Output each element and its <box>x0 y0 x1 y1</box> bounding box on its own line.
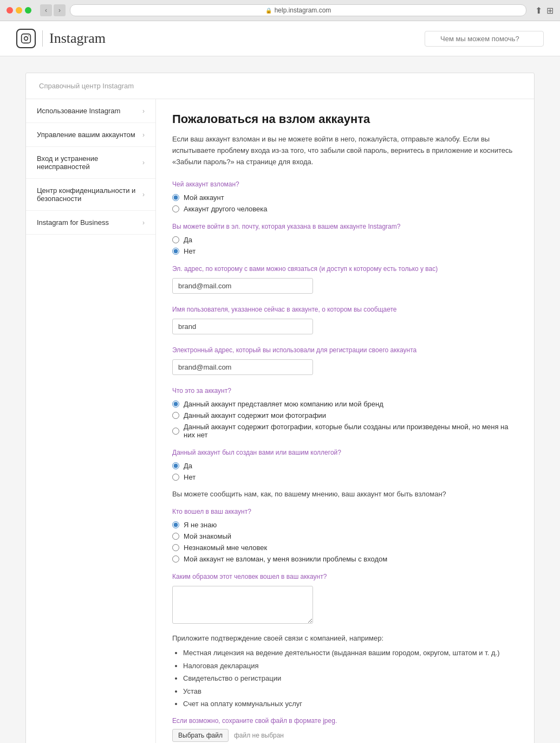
q7-group: Данный аккаунт был создан вами или вашим… <box>172 449 518 481</box>
q6-radio-2[interactable] <box>172 412 179 419</box>
q6-option-3[interactable]: Данный аккаунт содержит фотографии, кото… <box>172 423 518 439</box>
minimize-traffic-light[interactable] <box>16 7 22 14</box>
q1-radio-1[interactable] <box>172 194 179 201</box>
q7-option-1[interactable]: Да <box>172 462 518 470</box>
q9-radio-1[interactable] <box>172 521 179 528</box>
browser-actions: ⬆ ⊞ <box>535 5 554 16</box>
svg-point-1 <box>24 37 28 41</box>
q2-option-1-label: Да <box>184 236 192 244</box>
q7-radio-group: Да Нет <box>172 462 518 481</box>
q6-option-1[interactable]: Данный аккаунт представляет мою компанию… <box>172 400 518 408</box>
q2-radio-1[interactable] <box>172 236 179 243</box>
q10-label: Каким образом этот человек вошел в ваш а… <box>172 573 518 580</box>
q1-radio-group: Мой аккаунт Аккаунт другого человека <box>172 193 518 213</box>
q2-radio-group: Да Нет <box>172 236 518 255</box>
attach-item-2: Налоговая декларация <box>183 661 518 671</box>
q1-radio-2[interactable] <box>172 205 179 212</box>
q9-option-3-label: Незнакомый мне человек <box>184 544 267 552</box>
sidebar-item-login[interactable]: Вход и устранение неисправностей › <box>26 147 155 179</box>
q3-label: Эл. адрес, по которому с вами можно связ… <box>172 265 518 273</box>
q2-group: Вы можете войти в эл. почту, которая ука… <box>172 223 518 255</box>
chevron-right-icon: › <box>142 159 145 166</box>
address-bar[interactable]: 🔒 help.instagram.com <box>70 4 526 16</box>
sidebar-item-usage[interactable]: Использование Instagram › <box>26 99 155 123</box>
sidebar-item-account[interactable]: Управление вашим аккаунтом › <box>26 123 155 147</box>
q1-option-1-label: Мой аккаунт <box>184 193 224 202</box>
fullscreen-traffic-light[interactable] <box>25 7 31 14</box>
q7-label: Данный аккаунт был создан вами или вашим… <box>172 449 518 456</box>
q1-option-1[interactable]: Мой аккаунт <box>172 193 518 202</box>
q9-option-4[interactable]: Мой аккаунт не взломан, у меня возникли … <box>172 555 518 563</box>
q5-input[interactable] <box>172 359 313 375</box>
q9-label: Кто вошел в ваш аккаунт? <box>172 508 518 515</box>
chevron-right-icon: › <box>142 131 145 139</box>
forward-button[interactable]: › <box>54 4 66 16</box>
sidebar-item-label: Управление вашим аккаунтом <box>37 131 135 139</box>
q6-option-1-label: Данный аккаунт представляет мою компанию… <box>184 400 383 408</box>
sidebar: Использование Instagram › Управление ваш… <box>26 99 156 743</box>
ig-logo-text: Instagram <box>42 30 106 47</box>
q6-option-3-label: Данный аккаунт содержит фотографии, кото… <box>184 423 518 439</box>
q2-option-2-label: Нет <box>184 247 196 255</box>
q6-group: Что это за аккаунт? Данный аккаунт предс… <box>172 387 518 439</box>
q10-textarea[interactable] <box>172 586 313 624</box>
nav-buttons: ‹ › <box>40 4 66 16</box>
q10-group: Каким образом этот человек вошел в ваш а… <box>172 573 518 625</box>
q3-input[interactable] <box>172 278 313 294</box>
q6-radio-group: Данный аккаунт представляет мою компанию… <box>172 400 518 439</box>
svg-rect-0 <box>22 34 31 43</box>
q9-option-4-label: Мой аккаунт не взломан, у меня возникли … <box>184 555 387 563</box>
q9-group: Кто вошел в ваш аккаунт? Я не знаю Мой з… <box>172 508 518 563</box>
q9-option-2[interactable]: Мой знакомый <box>172 532 518 540</box>
q9-option-1-label: Я не знаю <box>184 521 217 529</box>
attach-item-3: Свидетельство о регистрации <box>183 673 518 684</box>
q7-radio-2[interactable] <box>172 474 179 481</box>
back-button[interactable]: ‹ <box>40 4 52 16</box>
sidebar-item-label: Использование Instagram <box>37 107 120 115</box>
attach-intro-text: Приложите подтверждение своей связи с ко… <box>172 634 518 642</box>
chevron-right-icon: › <box>142 219 145 227</box>
q7-option-2[interactable]: Нет <box>172 473 518 481</box>
new-tab-button[interactable]: ⊞ <box>546 5 554 16</box>
q9-radio-3[interactable] <box>172 544 179 551</box>
q7-radio-1[interactable] <box>172 462 179 469</box>
attach-item-1: Местная лицензия на ведение деятельности… <box>183 648 518 658</box>
svg-point-2 <box>28 35 29 36</box>
sidebar-item-business[interactable]: Instagram for Business › <box>26 211 155 235</box>
ig-logo: Instagram <box>16 29 106 48</box>
q5-group: Электронный адрес, который вы использова… <box>172 346 518 377</box>
main-content: Пожаловаться на взлом аккаунта Если ваш … <box>156 99 534 743</box>
q1-option-2[interactable]: Аккаунт другого человека <box>172 205 518 213</box>
page-title: Пожаловаться на взлом аккаунта <box>172 112 518 126</box>
file-upload-row: Выбрать файл файл не выбран <box>172 729 518 742</box>
traffic-lights <box>6 7 31 14</box>
sidebar-item-privacy[interactable]: Центр конфиденциальности и безопасности … <box>26 179 155 211</box>
breadcrumb-text: Справочный центр Instagram <box>39 82 134 90</box>
q9-option-2-label: Мой знакомый <box>184 532 231 540</box>
file-choose-button[interactable]: Выбрать файл <box>172 729 229 742</box>
search-input[interactable] <box>425 31 544 47</box>
ig-header: Instagram 🔍 <box>0 21 560 56</box>
q6-radio-1[interactable] <box>172 400 179 408</box>
q2-radio-2[interactable] <box>172 248 179 255</box>
q7-option-1-label: Да <box>184 462 192 470</box>
q6-radio-3[interactable] <box>172 428 179 435</box>
q6-label: Что это за аккаунт? <box>172 387 518 395</box>
q2-option-1[interactable]: Да <box>172 236 518 244</box>
file-name-label: файл не выбран <box>234 732 284 739</box>
chevron-right-icon: › <box>142 191 145 198</box>
share-button[interactable]: ⬆ <box>535 5 542 16</box>
url-text: help.instagram.com <box>275 7 331 14</box>
q6-option-2[interactable]: Данный аккаунт содержит мои фотографии <box>172 411 518 419</box>
close-traffic-light[interactable] <box>6 7 13 14</box>
ig-logo-icon <box>16 29 36 48</box>
attach-item-5: Счет на оплату коммунальных услуг <box>183 699 518 709</box>
q9-option-3[interactable]: Незнакомый мне человек <box>172 544 518 552</box>
q2-option-2[interactable]: Нет <box>172 247 518 255</box>
q3-group: Эл. адрес, по которому с вами можно связ… <box>172 265 518 296</box>
q9-radio-4[interactable] <box>172 555 179 563</box>
q4-input[interactable] <box>172 319 313 334</box>
q7-option-2-label: Нет <box>184 473 196 481</box>
q9-option-1[interactable]: Я не знаю <box>172 521 518 529</box>
q9-radio-2[interactable] <box>172 533 179 540</box>
